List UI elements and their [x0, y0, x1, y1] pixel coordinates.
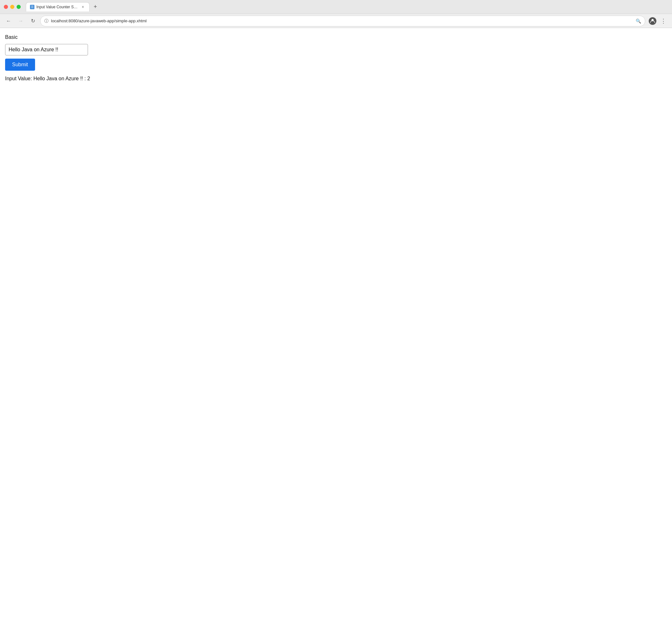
page-content: Basic Submit Input Value: Hello Java on … — [0, 28, 672, 623]
lock-icon: ⓘ — [44, 18, 49, 24]
tab-close-button[interactable]: × — [80, 4, 85, 9]
new-tab-button[interactable]: + — [91, 3, 100, 11]
title-bar: ☰ Input Value Counter Sample × + — [0, 0, 672, 14]
user-account-button[interactable] — [648, 16, 657, 26]
result-text: Input Value: Hello Java on Azure !! : 2 — [5, 76, 667, 82]
section-heading: Basic — [5, 34, 667, 40]
address-bar-container: ⓘ 🔍 — [40, 16, 645, 26]
search-icon[interactable]: 🔍 — [636, 19, 641, 24]
minimize-button[interactable] — [10, 5, 15, 9]
browser-menu-button[interactable]: ⋮ — [659, 16, 668, 26]
user-avatar-icon — [649, 17, 656, 25]
active-tab[interactable]: ☰ Input Value Counter Sample × — [26, 2, 90, 11]
window-controls — [4, 5, 21, 9]
tab-title: Input Value Counter Sample — [36, 5, 78, 9]
back-button[interactable]: ← — [4, 16, 13, 26]
submit-button[interactable]: Submit — [5, 59, 35, 71]
forward-button[interactable]: → — [16, 16, 26, 26]
text-input[interactable] — [5, 44, 88, 55]
nav-right: ⋮ — [648, 16, 668, 26]
maximize-button[interactable] — [17, 5, 21, 9]
close-button[interactable] — [4, 5, 8, 9]
address-bar-input[interactable] — [51, 19, 633, 23]
tab-bar: ☰ Input Value Counter Sample × + — [26, 2, 100, 11]
tab-favicon-icon: ☰ — [30, 5, 34, 9]
browser-window: ☰ Input Value Counter Sample × + ← → ↻ ⓘ… — [0, 0, 672, 623]
nav-bar: ← → ↻ ⓘ 🔍 ⋮ — [0, 14, 672, 28]
refresh-button[interactable]: ↻ — [28, 16, 38, 26]
